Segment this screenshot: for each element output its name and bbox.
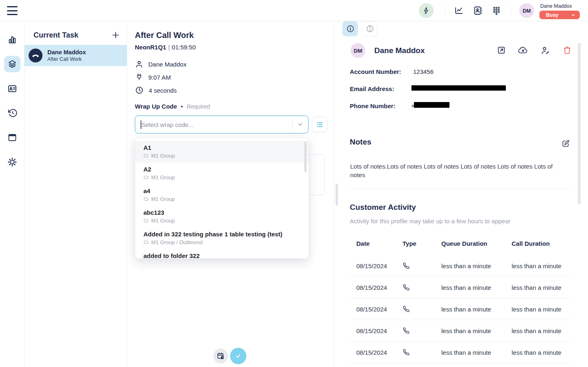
duration-text: 4 seconds [149,87,177,94]
activity-date: 08/15/2024 [356,284,402,291]
call-duration-value: less than a minute [512,349,571,356]
option-code: a4 [143,187,300,194]
wrap-code-option[interactable]: abc123 M1 Group [135,206,309,227]
edit-notes-button[interactable] [561,138,571,148]
task-list-item[interactable]: Dane Maddox After Call Work [25,45,127,66]
browse-codes-button[interactable] [312,117,327,132]
activity-row: 08/15/2024 less than a minute less than … [350,320,571,342]
folder-icon [143,196,149,202]
contact-name-heading: Dane Maddox [374,46,425,55]
folder-icon [143,153,149,158]
wrap-code-select[interactable] [135,116,309,133]
dropdown-scrollbar[interactable] [304,142,306,172]
contact-card-icon [7,84,17,93]
wrap-code-input[interactable] [135,121,292,128]
duration-row: 4 seconds [135,86,177,95]
bar-chart-icon [7,35,17,45]
option-group: M1 Group / Outbound [151,239,203,245]
contacts-button[interactable] [473,6,483,16]
queue-duration-value: less than a minute [441,349,512,356]
notes-content: Lots of notes.Lots of notes Lots of note… [350,162,567,179]
task-call-avatar [29,49,42,62]
activity-table: Date Type Queue Duration Call Duration 0… [350,239,571,363]
nav-contacts-button[interactable] [4,80,20,97]
cloud-download-icon [518,45,528,55]
required-label: Required [187,103,210,110]
wrap-code-option[interactable]: A1 M1 Group [135,141,309,162]
task-contact-name: Dane Maddox [47,49,86,56]
contact-avatar: DM [351,43,365,58]
analytics-button[interactable] [454,6,464,16]
option-group: M1 Group [151,196,175,202]
column-queue-duration: Queue Duration [441,240,512,247]
edit-contact-button[interactable] [541,45,550,55]
delete-contact-button[interactable] [563,45,572,55]
task-subtitle: NeonR1Q1|01:59:50 [135,44,196,51]
activity-date: 08/15/2024 [356,327,402,334]
dialpad-button[interactable] [492,6,501,16]
phone-call-icon [402,284,441,291]
activity-row: 08/15/2024 less than a minute less than … [350,277,571,298]
column-call-duration: Call Duration [512,240,571,247]
complete-task-button[interactable] [230,348,246,364]
option-code: added to folder 322 [143,252,300,259]
user-avatar[interactable]: DM [519,3,534,18]
wrap-up-label: Wrap Up Code [135,103,177,110]
nav-settings-button[interactable] [4,154,20,170]
notes-title: Notes [350,138,371,147]
call-duration-value: less than a minute [512,284,571,291]
contact-meta-row: Dane Maddox [135,60,186,69]
queue-duration-value: less than a minute [441,262,512,269]
browser-window-icon [7,133,17,142]
status-label: Busy [546,12,559,18]
queue-duration-value: less than a minute [441,327,512,334]
nav-browser-button[interactable] [4,129,20,146]
wrap-code-dropdown: A1 M1 Group A2 M1 Group [135,138,309,259]
nav-tasks-button[interactable] [4,56,20,72]
call-duration-value: less than a minute [512,262,571,269]
topbar-divider [511,7,511,15]
user-edit-icon [541,46,550,55]
phone-call-icon [402,327,441,334]
subtitle-separator: | [166,44,172,51]
folder-icon [143,175,149,180]
download-profile-button[interactable] [518,45,528,55]
tab-profile-info[interactable] [342,21,358,36]
activity-date: 08/15/2024 [356,262,402,269]
open-profile-button[interactable] [497,45,507,55]
add-task-button[interactable] [111,30,121,40]
option-code: abc123 [143,209,300,216]
external-link-icon [497,46,507,55]
user-name: Dane Maddox [540,3,572,9]
phone-redaction-bar [414,102,449,108]
phone-call-icon [402,262,441,269]
gear-icon [7,157,17,167]
nav-history-button[interactable] [4,105,20,121]
right-scrollbar[interactable] [578,43,581,204]
wrap-code-option[interactable]: A2 M1 Group [135,162,309,184]
schedule-button[interactable] [213,349,228,363]
activity-row: 08/15/2024 less than a minute less than … [350,255,571,277]
email-redaction-bar [411,85,506,91]
option-group: M1 Group [151,153,175,159]
topbar: DM Dane Maddox Busy [0,0,588,21]
activity-date: 08/15/2024 [356,349,402,356]
edit-pencil-icon [561,139,571,148]
current-task-panel: Current Task Dane Maddox After Call Work [25,21,127,367]
middle-scrollbar[interactable] [335,184,338,206]
clock-icon [135,86,144,95]
status-dropdown[interactable]: Busy [539,11,580,19]
wrap-code-option[interactable]: added to folder 322 M1 Group / Outbound [135,249,309,259]
quick-actions-button[interactable] [419,3,434,18]
nav-dashboard-button[interactable] [4,32,20,48]
wrap-code-option[interactable]: a4 M1 Group [135,184,309,206]
section-divider [350,189,571,189]
chevron-down-icon[interactable] [293,121,308,128]
tab-insights[interactable] [362,21,378,36]
task-type-label: After Call Work [47,56,82,62]
hamburger-menu-icon[interactable] [7,6,18,15]
queue-duration-value: less than a minute [441,284,512,291]
wrap-code-option[interactable]: Added in 322 testing phase 1 table testi… [135,227,309,249]
activity-row: 08/15/2024 less than a minute less than … [350,298,571,320]
left-nav-rail [0,21,25,367]
